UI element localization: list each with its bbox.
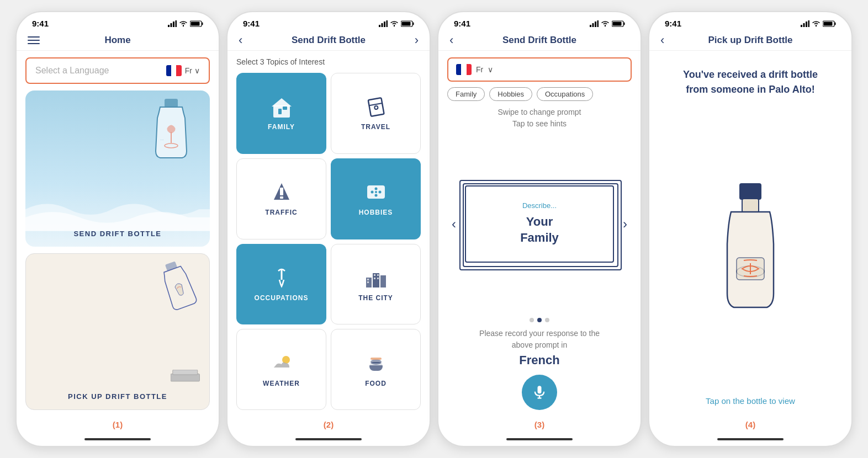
topic-traffic[interactable]: TRAFFIC [236,158,326,239]
wifi-icon-4 [812,20,821,27]
traffic-label: TRAFFIC [265,209,297,216]
prompt-next-button[interactable]: › [618,212,632,236]
pickup-drift-bottle-card[interactable]: PICK UP DRIFT BOTTLE [25,253,210,411]
home-content: Select a Language Fr ∨ [17,51,219,433]
send-drift-bottle-card[interactable]: ... SEND DRIFT BOTTLE [25,90,210,247]
home-indicator-3 [438,433,641,446]
pickup-bottle-illustration [148,253,208,319]
screen-number-3: (3) [438,417,641,433]
svg-rect-7 [191,22,200,25]
topic-tag-occupations: Occupations [537,87,593,101]
svg-rect-71 [824,22,833,25]
hobbies-icon [365,181,387,203]
travel-label: TRAVEL [361,123,390,131]
status-time-3: 9:41 [454,19,470,28]
svg-rect-22 [402,22,411,25]
signal-icon-3 [590,20,599,27]
svg-rect-60 [613,22,622,25]
status-bar-1: 9:41 [17,12,219,30]
pickup-message: You've received a drift bottlefrom someo… [683,62,818,97]
status-icons-4 [801,20,836,27]
pickup-bottle-area[interactable] [706,106,795,387]
pickup-box-icon [171,370,204,382]
home-screen: Select a Language Fr ∨ [17,51,219,417]
svg-rect-42 [367,279,369,280]
instruction-text: Please record your response to theabove … [479,329,600,349]
svg-rect-16 [382,23,383,27]
svg-point-34 [371,191,373,194]
topic-hobbies[interactable]: HOBBIES [331,158,421,239]
nav-bar-1: Home [17,30,219,51]
svg-rect-44 [374,274,375,276]
topic-family[interactable]: FAMILY [236,73,326,154]
svg-rect-6 [202,22,203,25]
chevron-down-icon: ∨ [194,66,200,75]
status-time-4: 9:41 [665,19,681,28]
selected-topics: Family Hobbies Occupations [447,87,632,101]
language-placeholder: Select a Language [35,66,109,76]
prompt-describe: Describe... [522,201,557,210]
language-selector[interactable]: Select a Language Fr ∨ [25,57,210,84]
family-label: FAMILY [268,123,295,131]
status-bar-2: 9:41 [227,12,430,30]
phone-4: 9:41 ‹ Pick up Drift Bottle [648,11,853,447]
wifi-icon [179,20,188,27]
svg-rect-25 [278,109,282,114]
svg-point-4 [183,25,184,26]
city-label: THE CITY [358,294,393,302]
topic-food[interactable]: FOOD [331,329,421,410]
back-button-4[interactable]: ‹ [660,33,664,47]
svg-rect-32 [280,196,283,199]
nav-title-2: Send Drift Bottle [292,35,366,46]
swipe-hint: Swipe to change prompt [498,108,581,116]
microphone-button[interactable] [522,375,557,410]
prompt-lang-selector[interactable]: Fr ∨ [447,57,632,82]
svg-rect-2 [173,22,174,27]
svg-rect-67 [808,20,810,27]
dot-2 [537,318,542,322]
topic-weather[interactable]: WEATHER [236,329,326,410]
status-icons-1 [168,20,203,27]
svg-rect-70 [835,22,836,25]
hamburger-menu[interactable] [28,36,40,44]
screen-number-2: (2) [227,417,430,433]
svg-point-57 [605,25,606,26]
battery-icon-4 [823,20,836,27]
prompt-card[interactable]: Describe... YourFamily [465,185,614,263]
topic-tag-hobbies: Hobbies [489,87,532,101]
back-button-2[interactable]: ‹ [239,33,242,47]
nav-title-4: Pick up Drift Bottle [708,35,792,46]
nav-bar-4: ‹ Pick up Drift Bottle [649,30,851,51]
status-bar-4: 9:41 [649,12,851,30]
back-button-3[interactable]: ‹ [449,33,453,47]
home-bar-3 [506,438,573,440]
signal-icon [168,20,177,27]
topic-city[interactable]: THE CITY [331,244,421,325]
pickup-card-label: PICK UP DRIFT BOTTLE [59,384,176,409]
hobbies-label: HOBBIES [359,209,393,216]
status-bar-3: 9:41 [438,12,641,30]
pickup-bottle-illustration[interactable] [706,178,795,316]
dot-1 [530,318,534,322]
send-bottle-illustration: ... [144,96,199,162]
dot-3 [545,318,549,322]
svg-rect-21 [413,22,414,25]
svg-rect-45 [377,274,379,276]
svg-rect-27 [368,98,384,117]
prompt-content: Fr ∨ Family Hobbies Occupations Swipe to… [438,51,641,433]
home-bar-2 [295,438,362,440]
nav-bar-3: ‹ Send Drift Bottle [438,30,641,51]
travel-icon [365,95,387,118]
svg-rect-3 [176,20,177,27]
battery-icon-3 [612,20,625,27]
prompt-prev-button[interactable]: ‹ [447,212,461,236]
svg-rect-8 [165,99,178,108]
topic-occupations[interactable]: OCCUPATIONS [236,244,326,325]
forward-button-2[interactable]: › [415,33,419,47]
topic-travel[interactable]: TRAVEL [331,73,421,154]
svg-rect-43 [367,281,369,283]
home-indicator-4 [649,433,851,446]
svg-rect-26 [283,106,287,110]
topics-screen: Select 3 Topics of Interest FAMILY [227,51,430,417]
battery-icon-2 [401,20,414,27]
